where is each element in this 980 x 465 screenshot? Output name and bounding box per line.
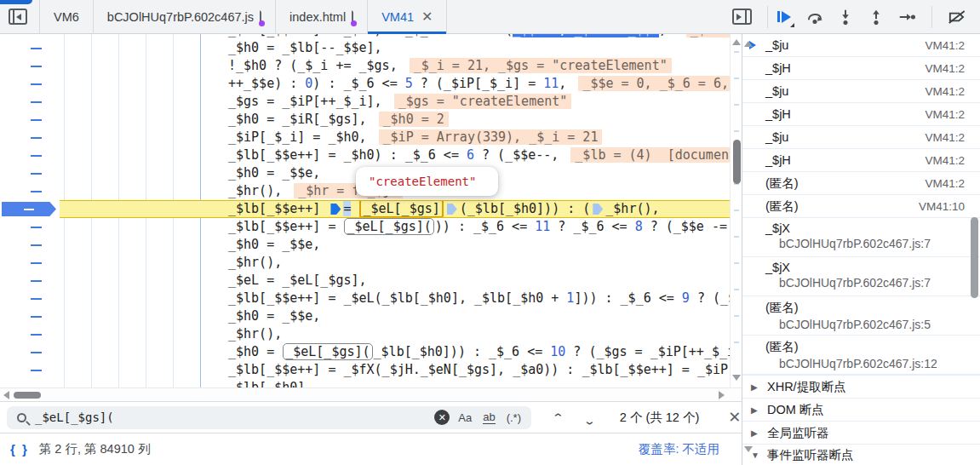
fold-marker[interactable] xyxy=(31,137,42,139)
fold-marker[interactable] xyxy=(31,334,42,336)
fold-marker[interactable] xyxy=(31,316,42,318)
scrollbar-thumb[interactable] xyxy=(733,140,741,184)
call-stack-frame[interactable]: (匿名)VM41:10 xyxy=(742,195,980,218)
code-line[interactable]: _$hr(), xyxy=(60,325,730,343)
section-XHR/提取断点[interactable]: ▶XHR/提取断点 xyxy=(742,375,980,398)
fold-marker[interactable] xyxy=(31,352,42,353)
coverage-link[interactable]: 覆盖率: 不适用 xyxy=(639,441,719,457)
chevron-collapsed-icon[interactable]: ▶ xyxy=(751,428,759,438)
resume-script-icon[interactable] xyxy=(773,6,795,28)
fold-marker[interactable] xyxy=(31,244,42,246)
code-line[interactable]: _$h0 = _$iR[_$gs],_$h0 = 2 xyxy=(60,111,730,129)
code-line[interactable]: ++_$$e) : 0) : _$_6 <= 5 ? (_$iP[_$_i] =… xyxy=(60,75,730,93)
call-stack-frame[interactable]: (匿名)bCJOlHUq7rbP.602c467.js:5 xyxy=(742,296,980,336)
code-line[interactable]: _$gs = _$iP[++_$_i],_$gs = "createElemen… xyxy=(60,93,730,111)
call-stack-frame[interactable]: _$jHVM41:2 xyxy=(742,57,980,80)
scroll-left-arrow[interactable] xyxy=(3,391,9,399)
call-stack-frame[interactable]: _$jXbCJOlHUq7rbP.602c467.js:7 xyxy=(742,257,980,296)
search-query[interactable]: _$eL[_$gs]( xyxy=(35,410,434,424)
code-line[interactable]: _$h0 = _$$e, xyxy=(60,307,730,325)
step-icon[interactable] xyxy=(896,6,918,28)
code-line[interactable]: _$h0 = _$$e, xyxy=(60,236,730,254)
pretty-print-icon[interactable]: { } xyxy=(10,442,29,456)
section-DOM 断点[interactable]: ▶DOM 断点 xyxy=(742,398,980,421)
section-事件监听器断点[interactable]: ▼事件监听器断点 xyxy=(742,444,980,465)
continue-to-here-marker[interactable] xyxy=(330,204,341,215)
fold-marker[interactable] xyxy=(31,66,42,67)
fold-marker[interactable] xyxy=(31,191,42,192)
code-line[interactable]: !_$h0 ? (_$_i += _$gs,_$_i = 21, _$gs = … xyxy=(60,57,730,75)
close-find-bar-icon[interactable]: ✕ xyxy=(728,408,741,427)
deactivate-breakpoints-icon[interactable] xyxy=(946,6,968,28)
fold-marker[interactable] xyxy=(31,173,42,175)
file-icon xyxy=(260,10,261,24)
execution-pointer[interactable] xyxy=(2,202,56,216)
previous-match-icon[interactable]: ⌃ xyxy=(552,411,565,424)
fold-marker[interactable] xyxy=(31,227,42,228)
fold-marker[interactable] xyxy=(31,48,42,49)
match-case-toggle[interactable]: Aa xyxy=(458,411,472,424)
next-match-icon[interactable]: ⌃ xyxy=(583,414,596,427)
toggle-debugger-sidebar-icon[interactable] xyxy=(732,9,752,25)
fold-marker[interactable] xyxy=(31,155,42,157)
fold-marker[interactable] xyxy=(31,262,42,264)
call-stack-frame[interactable]: _$jHVM41:2 xyxy=(742,149,980,172)
panel-scrollbar-thumb[interactable] xyxy=(971,217,978,298)
fold-marker[interactable] xyxy=(31,280,42,282)
chevron-collapsed-icon[interactable]: ▶ xyxy=(751,405,759,415)
scroll-down-arrow[interactable] xyxy=(732,375,741,381)
step-out-icon[interactable] xyxy=(865,6,887,28)
call-stack-frame[interactable]: _$juVM41:2 xyxy=(742,126,980,149)
call-stack-frame[interactable]: (匿名)bCJOlHUq7rbP.602c467.js:12 xyxy=(742,336,980,375)
scrollbar-thumb[interactable] xyxy=(14,392,41,399)
match-count: 2 个 (共 12 个) xyxy=(620,410,699,426)
fold-marker[interactable] xyxy=(31,119,42,121)
tab-VM6[interactable]: VM6 xyxy=(39,0,94,34)
frame-location: VM41:2 xyxy=(925,39,965,52)
editor-horizontal-scrollbar[interactable] xyxy=(0,388,742,401)
scroll-right-arrow[interactable] xyxy=(719,391,725,399)
clear-search-icon[interactable]: ✕ xyxy=(434,410,450,425)
search-input[interactable]: _$eL[_$gs]( ✕ Aa ab (.*) xyxy=(7,406,531,429)
call-stack-frame[interactable]: _$juVM41:2 xyxy=(742,80,980,103)
tab-index.html[interactable]: index.html xyxy=(276,0,368,34)
fold-marker[interactable] xyxy=(31,298,42,300)
call-stack-frame[interactable]: _$jHVM41:2 xyxy=(742,103,980,126)
continue-to-here-marker[interactable] xyxy=(447,204,457,215)
code-line[interactable]: _$lb[_$$e++] = _$eL[_$gs]()) : _$_6 <= 1… xyxy=(60,218,730,236)
code-line[interactable]: _$hr(), xyxy=(60,254,730,272)
whole-word-toggle[interactable]: ab xyxy=(483,410,495,424)
continue-to-here-marker[interactable] xyxy=(593,204,603,215)
call-stack-frame[interactable]: _$jXbCJOlHUq7rbP.602c467.js:7 xyxy=(742,218,980,257)
code-line[interactable]: _$h0 = _$eL[_$gs](_$lb[_$h0])) : _$_6 <=… xyxy=(60,343,730,361)
code-line[interactable]: _$h0 = _$lb[--_$$e], xyxy=(60,39,730,57)
call-stack-frame[interactable]: _$juVM41:2 xyxy=(742,34,980,57)
close-tab-icon[interactable]: ✕ xyxy=(421,9,433,25)
code-line[interactable]: _$iP[_$_i] = _$h0,_$iP = Array(339), _$_… xyxy=(60,129,730,146)
panel-scroll-down-arrow[interactable] xyxy=(744,446,753,452)
code-line[interactable]: _$lb[_$$e++] = _$h0) : _$_6 <= 6 ? (_$$e… xyxy=(60,146,730,164)
step-over-icon[interactable] xyxy=(804,6,826,28)
scroll-up-arrow[interactable] xyxy=(732,39,741,45)
fold-marker[interactable] xyxy=(31,101,42,103)
step-into-icon[interactable] xyxy=(834,6,857,28)
current-execution-line[interactable]: _$lb[_$$e++] = _$eL[_$gs](_$lb[_$h0])) :… xyxy=(60,200,730,218)
fold-marker[interactable] xyxy=(31,370,42,371)
tab-bCJOlHUq7rbP.602c467.js[interactable]: bCJOlHUq7rbP.602c467.js xyxy=(94,0,276,34)
editor-vertical-scrollbar[interactable] xyxy=(730,34,742,388)
code-line[interactable]: _$lb[_$h0] xyxy=(60,379,730,388)
search-result-mark xyxy=(734,78,739,79)
code-line[interactable]: _$eL = _$eL[_$gs], xyxy=(60,272,730,290)
panel-scroll-up-arrow[interactable] xyxy=(744,41,753,47)
regex-toggle[interactable]: (.*) xyxy=(507,411,521,424)
chevron-collapsed-icon[interactable]: ▶ xyxy=(751,382,759,392)
frame-location: VM41:2 xyxy=(925,62,965,75)
fold-marker[interactable] xyxy=(31,83,42,85)
code-line[interactable]: _$lb[_$$e++] = _$fX(_$jH._$eN[_$gs], _$a… xyxy=(60,361,730,379)
section-全局监听器[interactable]: ▶全局监听器 xyxy=(742,421,980,444)
call-stack-frame[interactable]: (匿名)VM41:2 xyxy=(742,172,980,195)
code-editor[interactable]: _$lb[_$$e++] = _$h0) : _$_6 <= 12 ? (_$$… xyxy=(0,34,742,388)
toggle-navigator-icon[interactable] xyxy=(9,9,27,25)
code-line[interactable]: _$lb[_$$e++] = _$eL(_$lb[_$h0], _$lb[_$h… xyxy=(60,290,730,307)
tab-VM41[interactable]: VM41✕ xyxy=(368,0,447,34)
